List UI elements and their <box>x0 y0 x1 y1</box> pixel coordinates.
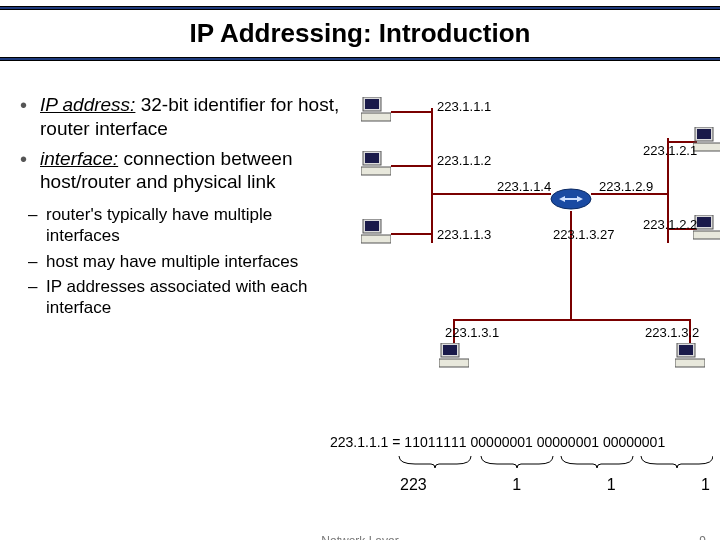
bullet-interface: interface: connection between host/route… <box>26 147 345 195</box>
octet-3: 1 <box>607 476 616 494</box>
ip-label: 223.1.1.3 <box>437 227 491 242</box>
router-icon <box>549 187 593 211</box>
footer-page: 9 <box>699 534 706 540</box>
ip-label: 223.1.3.2 <box>645 325 699 340</box>
ip-label: 223.1.1.4 <box>497 179 551 194</box>
sub-bullet-1: router's typically have multiple interfa… <box>32 204 345 247</box>
svg-rect-15 <box>693 231 720 239</box>
ip-label: 223.1.2.2 <box>643 217 697 232</box>
term-interface: interface: <box>40 148 118 169</box>
net-line <box>391 165 431 167</box>
ip-label: 223.1.2.9 <box>599 179 653 194</box>
net-line <box>453 319 691 321</box>
net-line <box>391 111 431 113</box>
main-bullets: IP address: 32-bit identifier for host, … <box>10 93 345 194</box>
braces <box>395 454 713 474</box>
ip-label: 223.1.2.1 <box>643 143 697 158</box>
svg-rect-14 <box>697 217 711 227</box>
pc-icon <box>361 219 391 245</box>
svg-rect-8 <box>365 221 379 231</box>
network-diagram: 223.1.1.1 223.1.1.2 223.1.1.3 223.1.1.4 … <box>345 93 710 473</box>
svg-rect-3 <box>361 113 391 121</box>
svg-rect-2 <box>365 99 379 109</box>
term-ip-address: IP address: <box>40 94 135 115</box>
net-line <box>391 233 431 235</box>
sub-bullet-2: host may have multiple interfaces <box>32 251 345 272</box>
ip-label: 223.1.3.27 <box>553 227 614 242</box>
ip-label: 223.1.3.1 <box>445 325 499 340</box>
content-area: IP address: 32-bit identifier for host, … <box>0 67 720 473</box>
svg-rect-11 <box>697 129 711 139</box>
octet-row: 223 1 1 1 <box>400 476 710 494</box>
bullet-ip-address: IP address: 32-bit identifier for host, … <box>26 93 345 141</box>
octet-2: 1 <box>512 476 521 494</box>
svg-rect-9 <box>361 235 391 243</box>
svg-rect-21 <box>675 359 705 367</box>
svg-rect-18 <box>439 359 469 367</box>
net-line <box>431 108 433 243</box>
ip-label: 223.1.1.1 <box>437 99 491 114</box>
sub-bullets: router's typically have multiple interfa… <box>10 204 345 318</box>
pc-icon <box>361 97 391 123</box>
octet-4: 1 <box>701 476 710 494</box>
svg-rect-5 <box>365 153 379 163</box>
svg-rect-6 <box>361 167 391 175</box>
left-column: IP address: 32-bit identifier for host, … <box>10 93 345 473</box>
binary-equation: 223.1.1.1 = 11011111 00000001 00000001 0… <box>330 434 665 450</box>
sub-bullet-3: IP addresses associated with each interf… <box>32 276 345 319</box>
title-bar-bottom <box>0 57 720 61</box>
svg-rect-17 <box>443 345 457 355</box>
slide-title: IP Addressing: Introduction <box>0 10 720 57</box>
pc-icon <box>361 151 391 177</box>
octet-1: 223 <box>400 476 427 494</box>
ip-label: 223.1.1.2 <box>437 153 491 168</box>
title-band: IP Addressing: Introduction <box>0 0 720 67</box>
pc-icon <box>439 343 469 369</box>
footer-mid: Network Layer <box>321 534 398 540</box>
svg-rect-20 <box>679 345 693 355</box>
pc-icon <box>675 343 705 369</box>
